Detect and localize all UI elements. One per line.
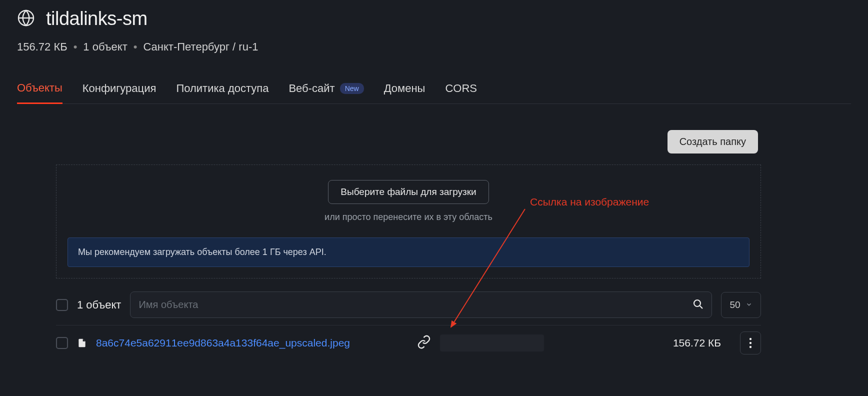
meta-size: 156.72 КБ [17, 40, 68, 54]
upload-info-banner: Мы рекомендуем загружать объекты более 1… [68, 238, 750, 267]
tab-policy[interactable]: Политика доступа [176, 82, 268, 104]
file-icon [77, 337, 87, 349]
object-count: 1 объект [77, 298, 121, 312]
file-name-link[interactable]: 8a6c74e5a62911ee9d863a4a133f64ae_upscale… [96, 337, 350, 349]
meta-objects: 1 объект [83, 40, 127, 54]
svg-point-1 [694, 300, 700, 306]
redacted-region [440, 334, 544, 352]
bucket-meta: 156.72 КБ • 1 объект • Санкт-Петербург /… [17, 40, 851, 54]
chevron-down-icon [746, 300, 752, 310]
page-size-select[interactable]: 50 [721, 292, 761, 318]
row-actions-menu[interactable] [740, 332, 761, 354]
tab-website-label: Веб-сайт [288, 82, 334, 95]
globe-icon [17, 9, 35, 29]
badge-new: New [340, 83, 364, 94]
file-size: 156.72 КБ [673, 337, 731, 349]
tab-objects[interactable]: Объекты [17, 82, 62, 104]
svg-point-2 [750, 338, 752, 340]
svg-point-3 [750, 342, 752, 344]
meta-region: Санкт-Петербург / ru-1 [143, 40, 258, 54]
search-icon[interactable] [692, 298, 704, 312]
row-checkbox[interactable] [56, 337, 68, 349]
page-size-value: 50 [730, 300, 740, 310]
create-folder-button[interactable]: Создать папку [668, 130, 758, 154]
svg-point-4 [750, 346, 752, 348]
tab-cors[interactable]: CORS [445, 82, 477, 104]
tab-website[interactable]: Веб-сайт New [288, 82, 364, 104]
tabs: Объекты Конфигурация Политика доступа Ве… [17, 82, 851, 104]
select-all-checkbox[interactable] [56, 299, 68, 311]
annotation-label: Ссылка на изображение [530, 196, 649, 208]
upload-hint: или просто перенесите их в эту область [324, 212, 492, 222]
tab-domains[interactable]: Домены [384, 82, 426, 104]
search-input[interactable] [130, 292, 712, 318]
upload-dropzone[interactable]: Выберите файлы для загрузки или просто п… [56, 164, 761, 278]
select-files-button[interactable]: Выберите файлы для загрузки [328, 180, 488, 204]
tab-config[interactable]: Конфигурация [82, 82, 156, 104]
link-icon[interactable] [417, 335, 431, 351]
table-row: 8a6c74e5a62911ee9d863a4a133f64ae_upscale… [56, 325, 761, 360]
page-title: tildalinks-sm [46, 8, 148, 30]
